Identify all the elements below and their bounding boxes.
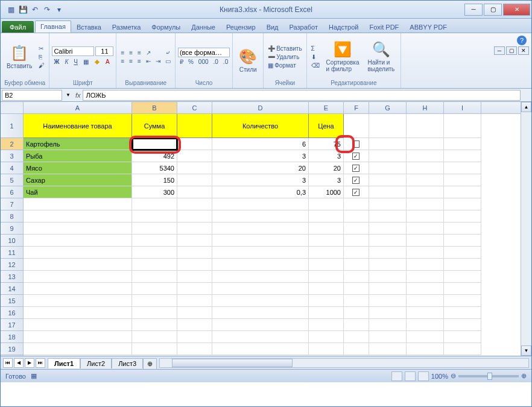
fill-color-button[interactable]: 🟆: [92, 58, 102, 66]
align-top-button[interactable]: ≡: [119, 49, 126, 57]
cell-c8[interactable]: [177, 210, 212, 222]
cell-i1[interactable]: [444, 114, 481, 138]
cell-g7[interactable]: [369, 198, 407, 210]
cell-d19[interactable]: [212, 343, 309, 355]
cell-a4[interactable]: Мясо: [24, 162, 132, 174]
cell-b6[interactable]: 300: [132, 186, 177, 198]
row-header-14[interactable]: 14: [1, 283, 23, 295]
align-right-button[interactable]: ≡: [136, 57, 143, 65]
formula-input[interactable]: ЛОЖЬ: [83, 90, 521, 101]
wrap-text-button[interactable]: ⤶: [163, 49, 173, 57]
styles-button[interactable]: 🎨 Стили: [235, 34, 261, 87]
view-pagebreak-button[interactable]: [418, 371, 429, 381]
cell-f15[interactable]: [344, 295, 369, 307]
cell-g12[interactable]: [369, 259, 407, 271]
cell-a11[interactable]: [24, 247, 132, 259]
insert-cells-button[interactable]: ➕ Вставить: [266, 45, 303, 52]
align-left-button[interactable]: ≡: [119, 57, 126, 65]
cell-f19[interactable]: [344, 343, 369, 355]
tab-insert[interactable]: Вставка: [71, 21, 107, 33]
row-header-3[interactable]: 3: [1, 150, 23, 162]
orientation-button[interactable]: ↗: [144, 49, 153, 57]
cell-f12[interactable]: [344, 259, 369, 271]
cell-a15[interactable]: [24, 295, 132, 307]
cell-g9[interactable]: [369, 222, 407, 235]
row-header-4[interactable]: 4: [1, 162, 23, 174]
cell-e11[interactable]: [309, 247, 344, 259]
cell-e7[interactable]: [309, 198, 344, 210]
underline-button[interactable]: Ч: [72, 58, 80, 66]
doc-minimize-button[interactable]: ─: [494, 46, 505, 55]
cell-f17[interactable]: [344, 319, 369, 331]
cell-h18[interactable]: [407, 331, 444, 343]
cell-h10[interactable]: [407, 235, 444, 247]
cell-d18[interactable]: [212, 331, 309, 343]
cell-c19[interactable]: [177, 343, 212, 355]
cell-b10[interactable]: [132, 235, 177, 247]
cell-h6[interactable]: [407, 186, 444, 198]
tab-abbyy[interactable]: ABBYY PDF: [404, 21, 452, 33]
cell-c2[interactable]: [177, 138, 212, 150]
format-painter-button[interactable]: 🖌: [37, 62, 46, 69]
cell-i12[interactable]: [444, 259, 481, 271]
row-header-9[interactable]: 9: [1, 222, 23, 235]
cell-b16[interactable]: [132, 307, 177, 319]
row-header-19[interactable]: 19: [1, 343, 23, 355]
cell-a18[interactable]: [24, 331, 132, 343]
name-box-dropdown-icon[interactable]: ▼: [63, 92, 73, 98]
cell-g14[interactable]: [369, 283, 407, 295]
cell-a12[interactable]: [24, 259, 132, 271]
cell-e3[interactable]: 3: [309, 150, 344, 162]
cell-g8[interactable]: [369, 210, 407, 222]
align-center-button[interactable]: ≡: [127, 57, 135, 65]
cell-c6[interactable]: [177, 186, 212, 198]
cell-h1[interactable]: [407, 114, 444, 138]
cell-b3[interactable]: 492: [132, 150, 177, 162]
cell-g16[interactable]: [369, 307, 407, 319]
view-normal-button[interactable]: [391, 371, 402, 381]
cell-e16[interactable]: [309, 307, 344, 319]
row-header-17[interactable]: 17: [1, 319, 23, 331]
hscroll-thumb[interactable]: [172, 359, 293, 367]
cell-i15[interactable]: [444, 295, 481, 307]
cell-a19[interactable]: [24, 343, 132, 355]
col-header-b[interactable]: B: [132, 102, 177, 113]
row-header-5[interactable]: 5: [1, 174, 23, 186]
cell-h4[interactable]: [407, 162, 444, 174]
cell-d9[interactable]: [212, 222, 309, 235]
cell-e8[interactable]: [309, 210, 344, 222]
new-sheet-button[interactable]: ⊕: [143, 358, 157, 369]
cell-b19[interactable]: [132, 343, 177, 355]
cell-h8[interactable]: [407, 210, 444, 222]
doc-close-button[interactable]: ✕: [518, 46, 529, 55]
cell-i16[interactable]: [444, 307, 481, 319]
row-header-2[interactable]: 2: [1, 138, 23, 150]
cell-c16[interactable]: [177, 307, 212, 319]
col-header-d[interactable]: D: [212, 102, 309, 113]
tab-view[interactable]: Вид: [261, 21, 284, 33]
sheet-first-button[interactable]: ⏮: [3, 358, 13, 368]
cell-c5[interactable]: [177, 174, 212, 186]
tab-addins[interactable]: Надстрой: [323, 21, 364, 33]
col-header-f[interactable]: F: [344, 102, 369, 113]
cell-e15[interactable]: [309, 295, 344, 307]
cell-d2[interactable]: 6: [212, 138, 309, 150]
paste-button[interactable]: 📋 Вставить: [3, 34, 36, 79]
row-header-6[interactable]: 6: [1, 186, 23, 198]
checkbox-row-3[interactable]: ✓: [352, 153, 359, 160]
sheet-tab-2[interactable]: Лист2: [80, 358, 112, 368]
cell-i17[interactable]: [444, 319, 481, 331]
checkbox-row-4[interactable]: ✓: [352, 165, 359, 172]
qat-more-icon[interactable]: ▾: [54, 4, 65, 15]
fill-button[interactable]: ⬇: [309, 53, 321, 61]
minimize-button[interactable]: ─: [464, 4, 483, 16]
cell-d6[interactable]: 0,3: [212, 186, 309, 198]
cell-h12[interactable]: [407, 259, 444, 271]
cell-c7[interactable]: [177, 198, 212, 210]
cell-i18[interactable]: [444, 331, 481, 343]
tab-formulas[interactable]: Формулы: [146, 21, 186, 33]
cell-i11[interactable]: [444, 247, 481, 259]
font-size-select[interactable]: 11: [95, 46, 113, 56]
col-header-e[interactable]: E: [309, 102, 344, 113]
clear-button[interactable]: ⌫: [309, 62, 321, 69]
